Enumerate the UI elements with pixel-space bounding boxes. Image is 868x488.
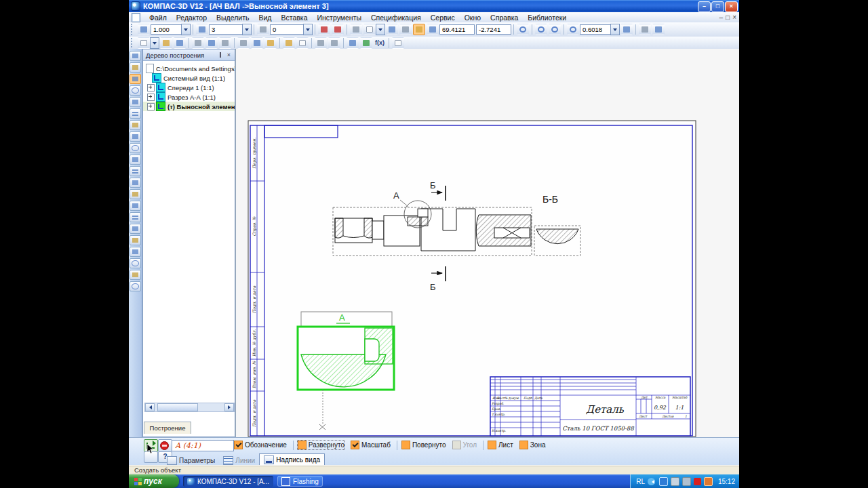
taskbar-task-flashing[interactable]: Flashing [277, 476, 323, 487]
checkbox-masshtab[interactable]: Масштаб [351, 441, 391, 449]
save-icon[interactable] [174, 37, 186, 49]
layers-tool-icon[interactable] [130, 235, 141, 245]
tree-h-scrollbar[interactable] [144, 403, 235, 412]
close-icon[interactable]: × [725, 1, 738, 12]
tree-item-front-view[interactable]: Спереди 1 (1:1) [143, 83, 235, 92]
checkbox-oboznachenie[interactable]: Обозначение [234, 441, 287, 449]
zoom-out-icon[interactable] [549, 24, 561, 35]
tab-postroenie[interactable]: Построение [144, 422, 191, 434]
tray-app-icon[interactable] [659, 477, 668, 486]
snap-target-tool-icon[interactable] [130, 281, 141, 291]
coord-x-field[interactable]: 69.4121 [439, 24, 475, 35]
power-tool-icon[interactable] [130, 270, 141, 280]
pin-icon[interactable] [218, 52, 223, 58]
print-icon[interactable] [192, 37, 204, 49]
toolbar-grip[interactable] [131, 24, 135, 35]
round-snap-icon[interactable] [413, 24, 425, 35]
specification-tool-icon[interactable] [130, 143, 141, 153]
check-document-tool-icon[interactable] [130, 189, 141, 199]
scroll-thumb[interactable] [157, 403, 198, 411]
tree-item-document[interactable]: C:\Documents and Settings\студе [143, 64, 235, 73]
macro-tool-icon[interactable] [130, 258, 141, 268]
copy-icon[interactable] [251, 37, 263, 49]
convert-icon[interactable] [219, 37, 231, 49]
minimize-icon[interactable]: – [698, 1, 711, 12]
snap-magnet-icon[interactable] [318, 24, 330, 35]
grid-dropdown-icon[interactable] [376, 24, 385, 35]
keyboard-coords-icon[interactable] [427, 24, 439, 35]
tab-nadpis-vida[interactable]: Надпись вида [259, 453, 325, 466]
mdi-close-icon[interactable]: × [732, 14, 736, 21]
insert-tool-icon[interactable] [130, 247, 141, 257]
variables-window-icon[interactable] [347, 37, 359, 49]
tray-network-icon[interactable] [671, 477, 679, 486]
scroll-left-icon[interactable] [145, 403, 155, 411]
menu-window[interactable]: Окно [460, 14, 486, 22]
designations-tool-icon[interactable] [130, 85, 141, 96]
angle-snap-icon[interactable] [350, 24, 362, 35]
refresh-view-icon[interactable] [639, 24, 651, 35]
tree-item-system-view[interactable]: Системный вид (1:1) [143, 73, 235, 83]
interrupt-command-button[interactable] [158, 439, 172, 452]
undo-icon[interactable] [315, 37, 327, 49]
tree-item-detail-element[interactable]: (т) Выносной элемент 3 [143, 102, 235, 111]
zoom-field[interactable]: 0.6018 [580, 24, 611, 35]
styles-tool-icon[interactable] [130, 224, 141, 234]
context-help-icon[interactable] [392, 37, 404, 49]
dimensions-tool-icon[interactable] [130, 62, 141, 73]
selection-tool-icon[interactable] [130, 131, 141, 142]
editing-tool-icon[interactable] [130, 97, 141, 107]
text-tool-icon[interactable] [130, 166, 141, 176]
doc-dropdown-icon[interactable] [303, 24, 313, 35]
coord-y-field[interactable]: -2.7241 [476, 24, 511, 35]
taskbar-task-kompas[interactable]: КОМПАС-3D V12 - [А... [183, 476, 273, 487]
copy-properties-icon[interactable] [283, 37, 295, 49]
pan-icon[interactable] [620, 24, 633, 35]
zoom-dropdown-icon[interactable] [610, 24, 620, 35]
tray-network2-icon[interactable] [682, 477, 691, 486]
menu-select[interactable]: Выделить [212, 14, 254, 22]
scale-field[interactable]: 1.000 [151, 24, 182, 35]
checkbox-povernuto[interactable]: Повернуто [401, 441, 446, 449]
expand-icon[interactable] [147, 103, 155, 110]
tray-chevron-icon[interactable] [648, 478, 655, 485]
object-properties-icon[interactable] [296, 37, 309, 49]
expand-icon[interactable] [147, 84, 155, 92]
layer-icon[interactable] [196, 24, 208, 35]
language-indicator[interactable]: RL [636, 478, 645, 485]
zoom-frame-icon[interactable] [517, 24, 529, 35]
ortho-icon[interactable] [399, 24, 412, 35]
tray-antivirus-icon[interactable] [694, 478, 701, 485]
checkbox-razvernuto[interactable]: Развернуто [298, 441, 344, 449]
layer-field[interactable]: 3 [209, 24, 243, 35]
measurements-tool-icon[interactable] [130, 120, 141, 130]
geometry-tool-icon[interactable] [130, 51, 141, 61]
mdi-restore-icon[interactable]: □ [726, 14, 730, 21]
associative-views-tool-icon[interactable] [130, 74, 141, 84]
view-label-tool-icon[interactable] [130, 201, 141, 211]
expand-icon[interactable] [147, 94, 155, 101]
checkbox-list[interactable]: Лист [488, 441, 513, 449]
tab-linii[interactable]: Линии [219, 455, 259, 466]
zoom-in-icon[interactable] [535, 24, 547, 35]
tray-shield-icon[interactable] [704, 477, 713, 486]
menu-help[interactable]: Справка [486, 14, 523, 22]
paste-icon[interactable] [264, 37, 277, 49]
parametrization-tool-icon[interactable] [130, 108, 141, 119]
checkbox-zona[interactable]: Зона [519, 441, 546, 449]
menu-editor[interactable]: Редактор [172, 14, 212, 22]
mdi-minimize-icon[interactable]: – [719, 14, 724, 21]
new-dropdown-icon[interactable] [150, 37, 159, 49]
document-state-icon[interactable] [257, 24, 269, 35]
fit-scale-icon[interactable] [138, 24, 150, 35]
scroll-right-icon[interactable] [224, 403, 234, 411]
reports-tool-icon[interactable] [130, 155, 141, 165]
restore-icon[interactable]: □ [711, 1, 724, 12]
lines-tool-icon[interactable] [130, 212, 141, 222]
view-label-input[interactable] [172, 440, 234, 451]
snap-magnet2-icon[interactable] [332, 24, 344, 35]
print-preview-icon[interactable] [205, 37, 218, 49]
scale-dropdown-icon[interactable] [181, 24, 191, 35]
menu-file[interactable]: Файл [144, 14, 172, 22]
drawing-canvas[interactable]: Перв. примен. Справ. № Подп. и дата Инв.… [235, 49, 739, 437]
